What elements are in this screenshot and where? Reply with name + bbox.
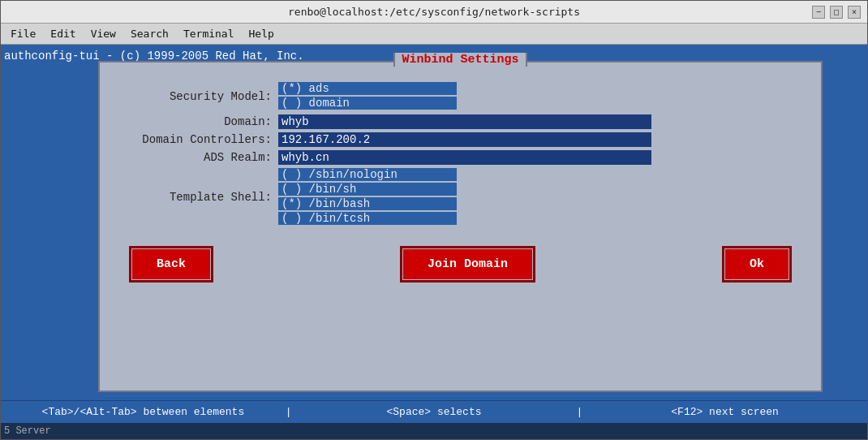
menu-search[interactable]: Search: [124, 26, 175, 41]
window-title: renbo@localhost:/etc/sysconfig/network-s…: [56, 6, 812, 18]
bottom-bar: 5 Server: [1, 423, 867, 439]
terminal-window: renbo@localhost:/etc/sysconfig/network-s…: [0, 0, 868, 440]
status-bar: <Tab>/<Alt-Tab> between elements | <Spac…: [1, 400, 867, 423]
security-model-options: (*) ads ( ) domain: [278, 82, 457, 111]
ads-realm-value[interactable]: whyb.cn: [278, 150, 651, 165]
shell-bash-option[interactable]: (*) /bin/bash: [278, 197, 457, 210]
template-shell-label: Template Shell:: [116, 191, 278, 204]
back-button[interactable]: Back: [132, 249, 210, 279]
dialog-buttons: Back Join Domain Ok: [116, 249, 805, 279]
menu-help[interactable]: Help: [243, 26, 281, 41]
winbind-dialog: Winbind Settings Security Model: (*) ads…: [98, 61, 823, 392]
space-hint: <Space> selects: [299, 406, 570, 418]
minimize-button[interactable]: −: [812, 6, 825, 19]
shell-options: ( ) /sbin/nologin ( ) /bin/sh (*) /bin/b…: [278, 168, 457, 226]
shell-nologin-option[interactable]: ( ) /sbin/nologin: [278, 168, 457, 181]
domain-value[interactable]: whyb: [278, 114, 651, 129]
domain-row: Domain: whyb: [116, 114, 805, 129]
menu-terminal[interactable]: Terminal: [177, 26, 241, 41]
close-button[interactable]: ×: [848, 6, 861, 19]
ads-realm-label: ADS Realm:: [116, 151, 278, 164]
controllers-value[interactable]: 192.167.200.2: [278, 132, 651, 147]
terminal-body: authconfig-tui - (c) 1999-2005 Red Hat, …: [1, 45, 867, 400]
security-domain-option[interactable]: ( ) domain: [278, 97, 457, 110]
join-domain-button[interactable]: Join Domain: [403, 249, 532, 279]
controllers-row: Domain Controllers: 192.167.200.2: [116, 132, 805, 147]
ads-realm-row: ADS Realm: whyb.cn: [116, 150, 805, 165]
menu-file[interactable]: File: [4, 26, 42, 41]
divider1: |: [279, 406, 299, 418]
divider2: |: [569, 406, 589, 418]
domain-label: Domain:: [116, 115, 278, 128]
security-model-label: Security Model:: [116, 90, 278, 103]
dialog-title: Winbind Settings: [393, 53, 526, 67]
menu-bar: File Edit View Search Terminal Help: [1, 24, 867, 45]
template-shell-row: Template Shell: ( ) /sbin/nologin ( ) /b…: [116, 168, 805, 226]
security-model-row: Security Model: (*) ads ( ) domain: [116, 82, 805, 111]
ok-button[interactable]: Ok: [725, 249, 789, 279]
menu-view[interactable]: View: [84, 26, 122, 41]
f12-hint: <F12> next screen: [589, 406, 861, 418]
tab-hint: <Tab>/<Alt-Tab> between elements: [7, 406, 279, 418]
controllers-label: Domain Controllers:: [116, 133, 278, 146]
security-ads-option[interactable]: (*) ads: [278, 82, 457, 95]
maximize-button[interactable]: □: [830, 6, 843, 19]
form-area: Security Model: (*) ads ( ) domain Domai…: [116, 82, 805, 230]
shell-tcsh-option[interactable]: ( ) /bin/tcsh: [278, 212, 457, 225]
shell-sh-option[interactable]: ( ) /bin/sh: [278, 183, 457, 196]
title-bar: renbo@localhost:/etc/sysconfig/network-s…: [1, 1, 867, 24]
bottom-text: 5 Server: [4, 425, 51, 437]
menu-edit[interactable]: Edit: [44, 26, 82, 41]
window-controls: − □ ×: [812, 6, 861, 19]
